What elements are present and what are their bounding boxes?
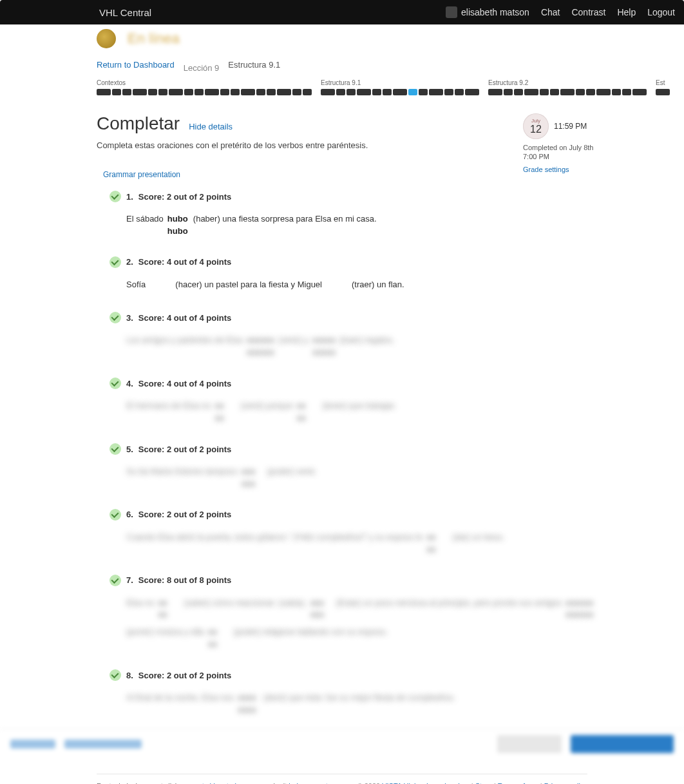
progress-box[interactable] xyxy=(220,89,229,95)
progress-box[interactable] xyxy=(292,89,301,95)
progress-box[interactable] xyxy=(372,89,381,95)
progress-box[interactable] xyxy=(321,89,335,95)
progress-box[interactable] xyxy=(133,89,147,95)
progress-box[interactable] xyxy=(612,89,621,95)
progress-box[interactable] xyxy=(488,89,502,95)
progress-box[interactable] xyxy=(408,89,417,95)
grade-settings-link[interactable]: Grade settings xyxy=(523,166,569,173)
progress-box[interactable] xyxy=(504,89,513,95)
correct-check-icon xyxy=(109,191,121,202)
progress-box[interactable] xyxy=(419,89,428,95)
progress-box[interactable] xyxy=(444,89,453,95)
progress-group-label: Estructura 9.2 xyxy=(488,79,647,86)
progress-group: Contextos xyxy=(97,79,312,95)
progress-box[interactable] xyxy=(514,89,523,95)
progress-box[interactable] xyxy=(195,89,204,95)
question-header: 2.Score: 4 out of 4 points xyxy=(109,256,645,268)
answer-field: xxxx xyxy=(426,532,448,555)
correct-check-icon xyxy=(109,378,121,389)
question-text: (poder) venir. xyxy=(267,464,317,480)
progress-box[interactable] xyxy=(267,89,276,95)
bottom-link-1[interactable] xyxy=(10,740,55,749)
secondary-button[interactable] xyxy=(497,735,562,753)
progress-box[interactable] xyxy=(429,89,443,95)
correct-check-icon xyxy=(109,312,121,323)
return-dashboard-link[interactable]: Return to Dashboard xyxy=(97,60,175,70)
question-text: Elsa no xyxy=(126,595,154,611)
chat-link[interactable]: Chat xyxy=(541,7,560,17)
correct-answer: xx xyxy=(296,413,318,424)
question-item: 7.Score: 8 out of 8 pointsElsa noxxxx(sa… xyxy=(109,575,645,651)
progress-box[interactable] xyxy=(148,89,157,95)
question-header: 8.Score: 2 out of 2 points xyxy=(109,669,645,681)
contrast-link[interactable]: Contrast xyxy=(571,7,605,17)
correct-check-icon xyxy=(109,669,121,681)
progress-box[interactable] xyxy=(241,89,255,95)
progress-boxes xyxy=(97,89,312,95)
progress-box[interactable] xyxy=(169,89,183,95)
progress-box[interactable] xyxy=(455,89,464,95)
book-bar: En línea xyxy=(0,24,684,53)
answer-field: xxxxxxxxxxxx xyxy=(247,335,274,358)
correct-answer: xx xyxy=(426,544,448,555)
question-text: El hermano de Elsa no xyxy=(126,398,211,414)
username: elisabeth matson xyxy=(461,7,529,17)
question-score: Score: 2 out of 2 points xyxy=(138,671,231,680)
progress-box[interactable] xyxy=(576,89,585,95)
progress-box[interactable] xyxy=(540,89,549,95)
correct-check-icon xyxy=(109,509,121,521)
correct-answer: xxxx xyxy=(238,705,260,716)
question-header: 5.Score: 2 out of 2 points xyxy=(109,443,645,455)
progress-box[interactable] xyxy=(632,89,647,95)
question-score: Score: 2 out of 2 points xyxy=(138,445,231,454)
progress-box[interactable] xyxy=(277,89,291,95)
progress-box[interactable] xyxy=(357,89,371,95)
answer-field: hubohubo xyxy=(167,214,189,237)
progress-box[interactable] xyxy=(622,89,631,95)
bottom-link-2[interactable] xyxy=(64,740,142,749)
progress-box[interactable] xyxy=(465,89,479,95)
logout-link[interactable]: Logout xyxy=(647,7,675,17)
progress-box[interactable] xyxy=(560,89,575,95)
question-number: 4. xyxy=(126,379,133,388)
progress-box[interactable] xyxy=(393,89,407,95)
progress-box[interactable] xyxy=(303,89,312,95)
progress-box[interactable] xyxy=(231,89,240,95)
progress-box[interactable] xyxy=(205,89,219,95)
progress-box[interactable] xyxy=(586,89,595,95)
correct-answer: xxxxxx xyxy=(565,609,593,620)
progress-box[interactable] xyxy=(550,89,559,95)
grammar-presentation-link[interactable]: Grammar presentation xyxy=(97,170,180,179)
answer-field: xxxx xyxy=(215,401,237,424)
question-body: El hermano de Elsa noxxxx(venir) porquex… xyxy=(109,398,645,424)
question-score: Score: 4 out of 4 points xyxy=(138,379,231,388)
progress-box[interactable] xyxy=(383,89,392,95)
progress-box[interactable] xyxy=(524,89,538,95)
question-body: Al final de la noche, Elsa nosxxxxxxxx(d… xyxy=(109,690,645,716)
progress-box[interactable] xyxy=(596,89,611,95)
help-link[interactable]: Help xyxy=(617,7,636,17)
answer-field: xxxxxxxx xyxy=(238,693,260,716)
question-text: (saber) cómo reaccionar xyxy=(184,595,274,611)
question-item: 6.Score: 2 out of 2 pointsCuando Elsa ab… xyxy=(109,509,645,555)
progress-box[interactable] xyxy=(112,89,121,95)
progress-box[interactable] xyxy=(656,89,670,95)
progress-box[interactable] xyxy=(336,89,345,95)
primary-button[interactable] xyxy=(571,735,674,753)
progress-box[interactable] xyxy=(158,89,167,95)
progress-box[interactable] xyxy=(184,89,193,95)
question-item: 8.Score: 2 out of 2 pointsAl final de la… xyxy=(109,669,645,716)
hide-details-link[interactable]: Hide details xyxy=(189,122,233,131)
progress-box[interactable] xyxy=(256,89,265,95)
answer-field: xxxxxxxxxxxx xyxy=(565,598,593,621)
question-item: 1.Score: 2 out of 2 pointsEl sábadohuboh… xyxy=(109,191,645,237)
user-menu[interactable]: elisabeth matson xyxy=(446,6,529,18)
student-answer: xx xyxy=(215,401,237,412)
brand-title: VHL Central xyxy=(99,7,151,18)
progress-box[interactable] xyxy=(347,89,356,95)
progress-box[interactable] xyxy=(122,89,131,95)
progress-box[interactable] xyxy=(97,89,111,95)
question-number: 6. xyxy=(126,510,133,519)
question-header: 3.Score: 4 out of 4 points xyxy=(109,312,645,323)
breadcrumb-section: Estructura 9.1 xyxy=(228,60,280,70)
